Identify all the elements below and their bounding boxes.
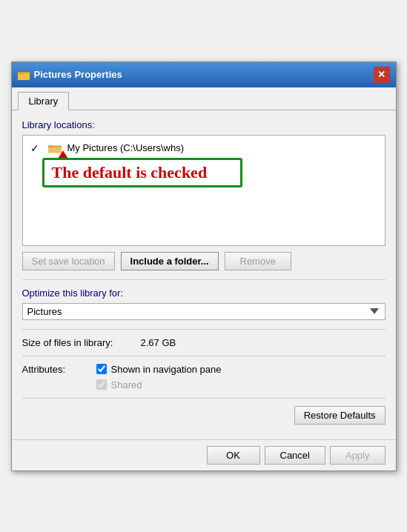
divider-3 [22,356,386,356]
size-label: Size of files in library: [22,337,141,348]
title-bar-left: Pictures Properties [18,69,122,81]
optimize-label: Optimize this library for: [22,287,386,299]
shown-in-nav-checkbox[interactable] [96,364,107,374]
dialog-footer: OK Cancel Apply [12,439,396,471]
action-buttons-row: Set save location Include a folder... Re… [22,252,386,270]
shared-checkbox[interactable] [96,379,107,390]
attributes-label: Attributes: [22,364,96,375]
checkmark-0: ✓ [30,142,42,154]
apply-button[interactable]: Apply [330,446,386,465]
cancel-button[interactable]: Cancel [265,446,325,465]
dialog-window: Pictures Properties ✕ Library Library lo… [11,61,397,471]
shown-in-nav-row: Shown in navigation pane [96,364,222,375]
window-title: Pictures Properties [34,69,122,80]
divider-1 [22,279,386,280]
svg-rect-1 [18,73,30,80]
divider-4 [22,398,386,399]
shared-row: Shared [96,379,222,390]
location-item-0[interactable]: ✓ My Pictures (C:\Users\whs) [29,140,379,156]
locations-box: ✓ My Pictures (C:\Users\whs) The default… [22,135,386,246]
main-content: Library locations: ✓ My Pictures (C:\Use… [12,110,396,439]
include-folder-button[interactable]: Include a folder... [121,252,219,270]
attributes-row: Attributes: Shown in navigation pane Sha… [22,364,386,390]
size-info-row: Size of files in library: 2.67 GB [22,337,386,348]
checkboxes-container: Shown in navigation pane Shared [96,364,222,390]
annotation-box: The default is checked [42,158,242,187]
optimize-select-row: Pictures General Items Documents Music V… [22,303,386,320]
svg-rect-2 [18,72,23,74]
divider-2 [22,329,386,330]
restore-defaults-button[interactable]: Restore Defaults [294,406,386,425]
title-icon [18,69,30,81]
tab-bar: Library [12,87,396,110]
ok-button[interactable]: OK [207,446,260,465]
svg-rect-5 [48,145,53,147]
title-bar: Pictures Properties ✕ [12,62,396,87]
size-value: 2.67 GB [141,337,176,348]
location-name-0: My Pictures (C:\Users\whs) [67,142,184,153]
annotation-text: The default is checked [52,163,208,182]
footer-buttons: OK Cancel Apply [207,446,386,465]
locations-section-label: Library locations: [22,119,386,130]
set-save-location-button[interactable]: Set save location [22,252,115,270]
shown-in-nav-label: Shown in navigation pane [111,364,222,375]
bottom-buttons: Restore Defaults [22,406,386,425]
remove-button[interactable]: Remove [225,252,291,270]
close-button[interactable]: ✕ [374,67,390,83]
tab-library[interactable]: Library [18,92,70,110]
shared-label: Shared [111,379,142,390]
optimize-dropdown[interactable]: Pictures General Items Documents Music V… [22,303,386,320]
